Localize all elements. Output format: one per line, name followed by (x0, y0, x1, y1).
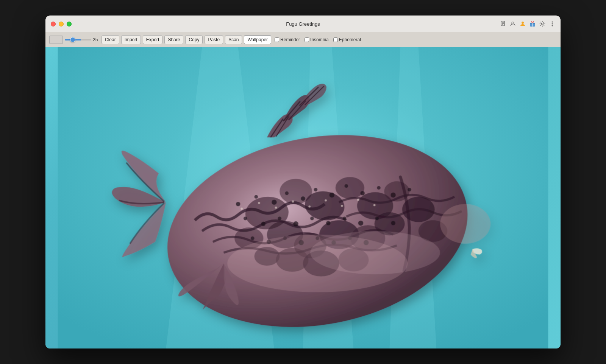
slider-value: 25 (93, 37, 100, 42)
wallpaper-button[interactable]: Wallpaper (244, 35, 271, 44)
settings-icon[interactable] (539, 21, 545, 27)
titlebar: Fugu Greetings (45, 16, 561, 32)
svg-point-42 (330, 193, 334, 198)
gift-icon[interactable] (529, 21, 536, 27)
svg-point-21 (336, 177, 364, 199)
reminder-label: Reminder (280, 37, 300, 42)
svg-point-50 (278, 217, 281, 221)
svg-point-68 (275, 207, 277, 209)
svg-point-38 (272, 200, 276, 205)
canvas-area[interactable] (45, 47, 561, 348)
svg-point-58 (251, 236, 255, 240)
svg-point-52 (310, 217, 314, 221)
color-swatch[interactable] (49, 36, 63, 44)
svg-point-57 (391, 221, 395, 225)
traffic-lights (51, 22, 72, 26)
svg-point-5 (522, 22, 524, 24)
reminder-checkbox-label[interactable]: Reminder (275, 37, 300, 42)
svg-point-40 (301, 196, 305, 201)
svg-point-39 (285, 191, 289, 195)
svg-point-69 (292, 201, 294, 203)
svg-point-67 (258, 202, 260, 204)
scan-button[interactable]: Scan (225, 35, 242, 44)
toolbar: 25 Clear Import Export Share Copy Paste … (45, 32, 561, 47)
options-checkboxes: Reminder Insomnia Ephemeral (275, 37, 361, 42)
svg-point-49 (261, 222, 266, 226)
svg-point-10 (552, 22, 553, 23)
profile-icon[interactable] (510, 21, 516, 27)
svg-point-12 (552, 25, 553, 26)
close-button[interactable] (51, 22, 56, 26)
share-button[interactable]: Share (164, 35, 183, 44)
svg-point-86 (310, 231, 440, 274)
svg-point-43 (344, 184, 348, 188)
person-icon[interactable] (520, 21, 526, 27)
fish-illustration (45, 47, 561, 348)
svg-point-51 (293, 221, 298, 226)
svg-point-36 (236, 202, 240, 206)
svg-point-46 (390, 193, 395, 198)
reminder-checkbox[interactable] (275, 37, 279, 42)
titlebar-icon-group (500, 21, 555, 27)
svg-point-71 (325, 199, 327, 202)
svg-point-73 (357, 199, 359, 201)
import-button[interactable]: Import (121, 35, 141, 44)
svg-point-9 (542, 23, 544, 25)
svg-point-45 (377, 186, 381, 190)
svg-point-66 (241, 208, 243, 210)
copy-button[interactable]: Copy (185, 35, 203, 44)
app-window: Fugu Greetings (45, 16, 561, 348)
insomnia-checkbox-label[interactable]: Insomnia (305, 37, 329, 42)
svg-point-37 (254, 195, 258, 199)
svg-point-48 (244, 217, 247, 221)
svg-point-53 (326, 221, 330, 225)
svg-point-70 (308, 205, 311, 208)
svg-point-87 (440, 204, 490, 244)
maximize-button[interactable] (67, 22, 72, 26)
paste-button[interactable]: Paste (205, 35, 223, 44)
insomnia-label: Insomnia (310, 37, 329, 42)
svg-point-72 (341, 205, 343, 207)
svg-point-47 (408, 188, 411, 191)
more-options-icon[interactable] (549, 21, 555, 27)
insomnia-checkbox[interactable] (305, 37, 309, 42)
size-slider[interactable] (65, 39, 91, 40)
svg-point-55 (358, 221, 363, 226)
svg-point-11 (552, 23, 553, 25)
svg-point-54 (343, 217, 347, 221)
clear-button[interactable]: Clear (102, 35, 119, 44)
document-icon[interactable] (500, 21, 506, 27)
svg-point-41 (314, 188, 318, 191)
ephemeral-checkbox-label[interactable]: Ephemeral (333, 37, 361, 42)
minimize-button[interactable] (59, 22, 64, 26)
svg-point-56 (375, 217, 379, 221)
size-slider-container: 25 (65, 37, 100, 42)
fish-scene (45, 47, 561, 348)
ephemeral-checkbox[interactable] (333, 37, 338, 42)
export-button[interactable]: Export (143, 35, 163, 44)
svg-point-44 (360, 191, 364, 195)
window-title: Fugu Greetings (286, 21, 320, 27)
svg-point-74 (373, 204, 376, 206)
ephemeral-label: Ephemeral (339, 37, 361, 42)
